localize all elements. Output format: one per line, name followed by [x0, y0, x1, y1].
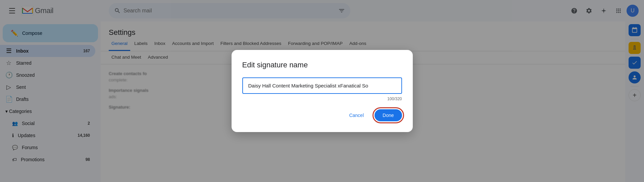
done-button[interactable]: Done [375, 109, 402, 121]
dialog-title: Edit signature name [242, 61, 402, 69]
signature-name-input[interactable] [242, 77, 402, 94]
edit-signature-dialog: Edit signature name 100/320 Cancel Done [232, 50, 413, 132]
dialog-actions: Cancel Done [242, 109, 402, 121]
cancel-button[interactable]: Cancel [344, 110, 369, 121]
dialog-overlay: Edit signature name 100/320 Cancel Done [0, 0, 644, 182]
dialog-input-wrapper [242, 77, 402, 94]
char-count: 100/320 [242, 97, 402, 101]
